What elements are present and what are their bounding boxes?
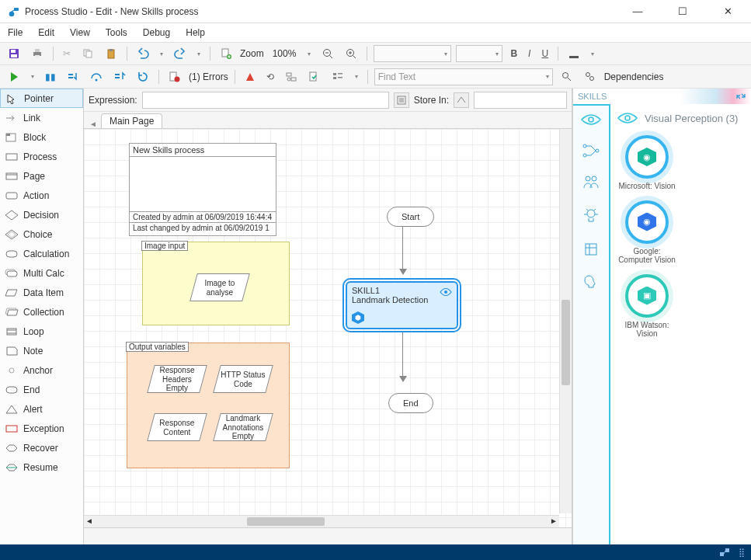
scrollbar-thumb[interactable] xyxy=(247,517,325,526)
dependencies-label[interactable]: Dependencies xyxy=(604,71,664,82)
expression-input[interactable] xyxy=(142,92,389,109)
tool-action[interactable]: Action xyxy=(0,186,83,205)
step-in-button[interactable] xyxy=(64,69,82,85)
tool-multicalc[interactable]: Multi Calc xyxy=(0,263,83,283)
dataitem-image-to-analyse[interactable]: Image to analyse xyxy=(189,273,250,301)
tool-link[interactable]: Link xyxy=(0,108,83,127)
tool-collection[interactable]: Collection xyxy=(0,302,83,322)
tool-decision[interactable]: Decision xyxy=(0,205,83,224)
end-node[interactable]: End xyxy=(388,393,433,413)
scroll-left-arrow[interactable]: ◄ xyxy=(84,517,95,527)
underline-button[interactable]: U xyxy=(538,47,551,61)
group-output-variables[interactable]: Output variables Response Headers Empty … xyxy=(127,343,290,468)
reset-button[interactable] xyxy=(134,69,152,85)
category-problem-solving[interactable] xyxy=(582,207,600,225)
tool-dataitem[interactable]: Data Item xyxy=(0,283,83,302)
undo-button[interactable] xyxy=(134,46,152,61)
element-list-dropdown[interactable]: ▾ xyxy=(352,71,361,82)
tool-choice[interactable]: Choice xyxy=(0,224,83,244)
minimize-button[interactable]: — xyxy=(622,5,653,17)
paste-button[interactable] xyxy=(102,46,120,61)
scroll-right-arrow[interactable]: ► xyxy=(548,517,559,527)
start-node[interactable]: Start xyxy=(387,207,434,227)
process-info-box[interactable]: New Skills process Created by admin at 0… xyxy=(129,143,276,236)
redo-dropdown[interactable]: ▾ xyxy=(194,49,203,59)
category-planning[interactable] xyxy=(582,143,600,158)
step-out-button[interactable] xyxy=(110,69,129,85)
tool-page[interactable]: Page xyxy=(0,166,83,186)
zoom-value[interactable]: 100% xyxy=(269,47,301,60)
menu-edit[interactable]: Edit xyxy=(38,27,54,38)
expression-helper-button[interactable] xyxy=(394,92,409,108)
skill-node[interactable]: SKILL1 Landmark Detection ⬢ xyxy=(346,281,458,329)
tool-recover[interactable]: Recover xyxy=(0,438,83,457)
status-connection-icon[interactable] xyxy=(718,546,731,558)
zoom-out-button[interactable] xyxy=(318,46,337,61)
validate-button[interactable] xyxy=(305,69,324,85)
category-cognition[interactable] xyxy=(582,273,600,292)
close-button[interactable]: ✕ xyxy=(712,5,743,17)
maximize-button[interactable]: ☐ xyxy=(667,5,698,17)
canvas[interactable]: New Skills process Created by admin at 0… xyxy=(84,129,572,527)
tool-anchor[interactable]: Anchor xyxy=(0,360,83,380)
tool-pointer[interactable]: Pointer xyxy=(0,89,83,108)
tab-prev-button[interactable]: ◄ xyxy=(87,120,99,128)
italic-button[interactable]: I xyxy=(525,47,534,61)
find-all-button[interactable] xyxy=(581,69,600,85)
tool-note[interactable]: Note xyxy=(0,341,83,360)
cut-button[interactable]: ✂ xyxy=(60,47,74,61)
zoom-in-button[interactable] xyxy=(342,46,360,61)
menu-tools[interactable]: Tools xyxy=(106,27,127,38)
zoom-dropdown[interactable]: ▾ xyxy=(304,49,314,59)
tab-main-page[interactable]: Main Page xyxy=(101,113,162,128)
tool-block[interactable]: Block xyxy=(0,127,83,147)
find-text-combo[interactable]: Find Text▾ xyxy=(374,68,553,85)
dataitem-response-headers[interactable]: Response Headers Empty xyxy=(147,365,207,393)
collapse-panel-button[interactable] xyxy=(735,91,746,102)
tool-end[interactable]: End xyxy=(0,380,83,399)
menu-view[interactable]: View xyxy=(70,27,90,38)
skill-microsoft-vision[interactable]: ◉ Microsoft: Vision xyxy=(617,135,677,191)
tool-calculation[interactable]: Calculation xyxy=(0,244,83,263)
tool-exception[interactable]: Exception xyxy=(0,419,83,438)
breakpoint-icon[interactable] xyxy=(242,70,259,84)
tool-process[interactable]: Process xyxy=(0,147,83,166)
tool-resume[interactable]: Resume xyxy=(0,457,83,477)
run-button[interactable] xyxy=(5,69,23,85)
menu-debug[interactable]: Debug xyxy=(143,27,170,38)
category-collaboration[interactable] xyxy=(582,174,600,191)
watch-button[interactable] xyxy=(282,69,301,85)
copy-button[interactable] xyxy=(78,46,97,61)
element-list-button[interactable] xyxy=(329,69,347,85)
dataitem-landmark-annotations[interactable]: Landmark Annotations Empty xyxy=(213,413,273,441)
storein-input[interactable] xyxy=(474,92,567,109)
menu-help[interactable]: Help xyxy=(186,27,205,38)
print-button[interactable] xyxy=(28,46,47,61)
save-button[interactable] xyxy=(5,46,23,61)
link-icon[interactable]: ⟲ xyxy=(263,70,277,84)
group-image-input[interactable]: Image input Image to analyse xyxy=(142,242,290,325)
status-resize-grip[interactable]: ⣿ xyxy=(739,548,745,558)
dataitem-response-content[interactable]: Response Content xyxy=(147,413,207,441)
horizontal-scrollbar[interactable]: ◄ ► xyxy=(84,515,559,527)
redo-button[interactable] xyxy=(171,46,189,61)
tool-alert[interactable]: Alert xyxy=(0,399,83,419)
run-dropdown[interactable]: ▾ xyxy=(28,71,37,82)
undo-dropdown[interactable]: ▾ xyxy=(157,49,166,59)
vertical-scrollbar[interactable] xyxy=(559,129,572,513)
category-knowledge[interactable] xyxy=(582,241,600,258)
color-button[interactable] xyxy=(565,46,583,61)
color-dropdown[interactable]: ▾ xyxy=(588,49,597,59)
tool-loop[interactable]: Loop xyxy=(0,322,83,341)
errors-label[interactable]: (1) Errors xyxy=(189,71,228,82)
font-size-combo[interactable]: ▾ xyxy=(456,45,502,62)
bold-button[interactable]: B xyxy=(507,47,520,61)
category-visual-perception[interactable] xyxy=(580,112,602,127)
scrollbar-thumb[interactable] xyxy=(562,300,570,385)
dataitem-http-status-code[interactable]: HTTP Status Code xyxy=(213,365,273,393)
find-next-button[interactable] xyxy=(558,69,576,85)
errors-icon[interactable] xyxy=(165,69,184,85)
skill-ibm-watson-vision[interactable]: ▣ IBM Watson: Vision xyxy=(617,274,677,339)
page-add-button[interactable] xyxy=(217,46,235,61)
skill-google-vision[interactable]: ◉ Google: Computer Vision xyxy=(617,200,677,265)
